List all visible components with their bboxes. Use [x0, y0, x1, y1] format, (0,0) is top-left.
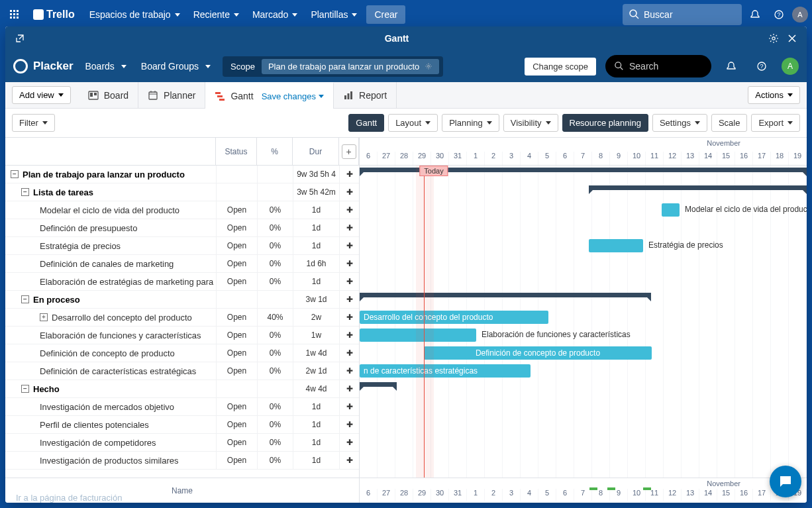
trello-topbar: Trello Espacios de trabajoRecienteMarcad…: [0, 0, 812, 29]
svg-rect-3: [10, 13, 12, 15]
apps-grid-icon[interactable]: [4, 4, 25, 25]
nav-label: Espacios de trabajo: [89, 9, 171, 20]
svg-rect-6: [10, 17, 12, 19]
nav-label: Plantillas: [311, 9, 348, 20]
svg-rect-0: [10, 10, 12, 12]
create-button[interactable]: Crear: [366, 5, 405, 24]
svg-rect-5: [17, 13, 19, 15]
trello-search-placeholder: Buscar: [644, 9, 673, 20]
trello-logo[interactable]: Trello: [28, 9, 80, 21]
svg-rect-7: [13, 17, 15, 19]
svg-line-10: [636, 16, 638, 19]
svg-rect-1: [13, 10, 15, 12]
svg-point-9: [630, 10, 636, 17]
svg-rect-4: [13, 13, 15, 15]
nav-label: Marcado: [252, 9, 288, 20]
trello-nav-item[interactable]: Espacios de trabajo: [83, 5, 187, 24]
app-window: Gantt Placker Boards Board Groups Scope …: [5, 26, 807, 29]
help-icon[interactable]: ?: [768, 4, 789, 25]
trello-nav-item[interactable]: Reciente: [187, 5, 246, 24]
notifications-icon[interactable]: [744, 4, 766, 25]
trello-search[interactable]: Buscar: [623, 4, 742, 25]
svg-text:?: ?: [777, 11, 780, 18]
trello-nav-item[interactable]: Marcado: [246, 5, 304, 24]
window-titlebar: Gantt: [5, 26, 807, 29]
trello-nav-item[interactable]: Plantillas: [304, 5, 364, 24]
trello-logo-text: Trello: [46, 9, 75, 21]
user-avatar[interactable]: A: [792, 7, 808, 23]
svg-rect-2: [17, 10, 19, 12]
nav-label: Reciente: [193, 9, 230, 20]
svg-rect-8: [17, 17, 19, 19]
